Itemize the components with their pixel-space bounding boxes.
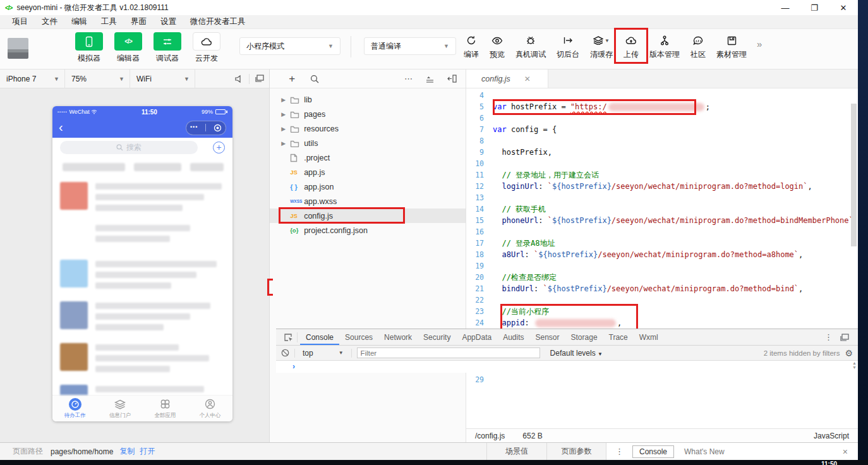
menu-微信开发者工具[interactable]: 微信开发者工具 xyxy=(183,15,253,28)
toolbar-真机调试-button[interactable]: 真机调试 xyxy=(515,32,546,60)
search-files-icon[interactable] xyxy=(310,75,319,83)
toolbar-模拟器-button[interactable]: 模拟器 xyxy=(74,32,104,64)
phone-feed-redacted[interactable] xyxy=(52,157,232,395)
dock-side-icon[interactable] xyxy=(840,334,849,341)
collapse-panel-icon[interactable] xyxy=(447,75,457,83)
tree-item-pages[interactable]: ▶pages xyxy=(270,107,466,121)
toolbar-预览-button[interactable]: 预览 xyxy=(490,32,505,60)
devtools-tab-network[interactable]: Network xyxy=(378,329,418,345)
console-settings-icon[interactable]: ⚙ xyxy=(845,348,853,358)
tree-item-resources[interactable]: ▶resources xyxy=(270,121,466,136)
close-button[interactable]: ✕ xyxy=(829,0,858,15)
console-filter-input[interactable] xyxy=(357,347,540,358)
open-path-link[interactable]: 打开 xyxy=(140,446,155,457)
inspect-element-icon[interactable] xyxy=(280,332,298,342)
drawer-tab-whats-new[interactable]: What's New xyxy=(680,446,728,457)
expand-caret-icon[interactable]: ▶ xyxy=(281,111,290,118)
zoom-select[interactable]: 75%▼ xyxy=(65,69,130,88)
devtools-tab-appdata[interactable]: AppData xyxy=(456,329,497,345)
menu-文件[interactable]: 文件 xyxy=(35,15,64,28)
devtools-tab-trace[interactable]: Trace xyxy=(603,329,634,345)
devtools-tab-wxml[interactable]: Wxml xyxy=(634,329,664,345)
toolbar-上传-button[interactable]: 上传 xyxy=(624,32,639,60)
menu-设置[interactable]: 设置 xyxy=(154,15,183,28)
clear-console-icon[interactable] xyxy=(281,349,289,357)
devtools-menu-icon[interactable]: ⋮ xyxy=(824,332,833,342)
devtools-tab-sources[interactable]: Sources xyxy=(339,329,378,345)
tree-item-utils[interactable]: ▶utils xyxy=(270,136,466,150)
editor-tab-config-js[interactable]: config.js ✕ xyxy=(466,69,548,88)
page-params-button[interactable]: 页面参数 xyxy=(546,443,606,460)
toolbar-编译-button[interactable]: 编译 xyxy=(464,32,479,60)
tree-item-.project[interactable]: .project xyxy=(270,150,466,165)
multi-window-icon[interactable] xyxy=(255,75,264,83)
console-output[interactable]: › ▲▼ xyxy=(276,361,858,373)
tree-item-app.json[interactable]: { }app.json xyxy=(270,179,466,194)
devtools-tab-storage[interactable]: Storage xyxy=(565,329,603,345)
copy-path-link[interactable]: 复制 xyxy=(119,446,135,457)
toolbar-清缓存-button[interactable]: ▼清缓存 xyxy=(590,32,613,60)
devtools-tab-sensor[interactable]: Sensor xyxy=(530,329,565,345)
feed-item-redacted[interactable] xyxy=(52,380,232,395)
phone-tab-全部应用[interactable]: 全部应用 xyxy=(143,396,188,421)
tree-item-lib[interactable]: ▶lib xyxy=(270,92,466,107)
toolbar-素材管理-button[interactable]: 素材管理 xyxy=(716,32,747,60)
menu-项目[interactable]: 项目 xyxy=(5,15,35,28)
tree-item-config.js[interactable]: JSconfig.js xyxy=(270,208,466,223)
feed-item-redacted[interactable] xyxy=(52,339,232,380)
network-select[interactable]: WiFi▼ xyxy=(130,69,195,88)
user-avatar[interactable] xyxy=(8,38,28,59)
phone-tab-个人中心[interactable]: 个人中心 xyxy=(188,396,232,421)
tree-item-project.config.json[interactable]: {o}project.config.json xyxy=(270,223,466,238)
devtools-tab-console[interactable]: Console xyxy=(300,329,339,345)
scene-value-button[interactable]: 场景值 xyxy=(486,443,546,460)
phone-tab-信息门户[interactable]: 信息门户 xyxy=(97,396,142,421)
reveal-file-icon[interactable] xyxy=(425,75,435,83)
toolbar-调试器-button[interactable]: 调试器 xyxy=(152,32,183,64)
exit-record-icon[interactable] xyxy=(214,124,222,132)
feed-item-redacted[interactable] xyxy=(52,255,232,297)
close-tab-icon[interactable]: ✕ xyxy=(524,75,531,83)
miniprogram-capsule[interactable]: ••• xyxy=(186,121,226,135)
tree-item-app.js[interactable]: JSapp.js xyxy=(270,165,466,179)
minimize-button[interactable]: — xyxy=(771,0,800,15)
context-select[interactable]: top ▼ xyxy=(300,349,346,358)
phone-simulator[interactable]: ••••• WeChat 11:50 99% ‹ ••• xyxy=(52,106,232,421)
add-button[interactable]: + xyxy=(213,142,225,154)
console-scrollbar[interactable]: ▲▼ xyxy=(852,361,857,370)
drawer-tab-console[interactable]: Console xyxy=(632,445,674,458)
new-file-icon[interactable]: + xyxy=(289,73,295,85)
feed-item-redacted[interactable] xyxy=(52,178,232,219)
mode-select[interactable]: 小程序模式 ▼ xyxy=(239,37,341,55)
toolbar-切后台-button[interactable]: 切后台 xyxy=(557,32,579,60)
menu-界面[interactable]: 界面 xyxy=(124,15,154,28)
drawer-menu-icon[interactable]: ⋮ xyxy=(613,447,626,456)
log-levels-select[interactable]: Default levels ▼ xyxy=(550,349,603,358)
console-prompt[interactable]: › xyxy=(292,362,295,371)
toolbar-云开发-button[interactable]: 云开发 xyxy=(191,32,222,64)
feed-item-redacted[interactable] xyxy=(52,219,232,255)
toolbar-社区-button[interactable]: 社区 xyxy=(690,32,706,60)
expand-caret-icon[interactable]: ▶ xyxy=(281,97,290,103)
phone-tab-待办工作[interactable]: 待办工作 xyxy=(52,396,97,421)
feed-item-redacted[interactable] xyxy=(52,297,232,339)
menu-编辑[interactable]: 编辑 xyxy=(64,15,94,28)
close-drawer-icon[interactable]: × xyxy=(843,447,852,457)
search-input[interactable]: 搜索 xyxy=(60,141,198,154)
expand-caret-icon[interactable]: ▶ xyxy=(281,140,290,147)
toolbar-编辑器-button[interactable]: </>编辑器 xyxy=(113,32,143,64)
toolbar-版本管理-button[interactable]: 版本管理 xyxy=(649,32,680,60)
code-editor[interactable]: 45var hostPrefix = "https:/;67var config… xyxy=(466,88,858,428)
device-select[interactable]: iPhone 7▼ xyxy=(0,69,65,88)
devtools-tab-security[interactable]: Security xyxy=(418,329,456,345)
toolbar-overflow-button[interactable]: » xyxy=(757,39,762,49)
expand-caret-icon[interactable]: ▶ xyxy=(281,126,290,132)
restore-button[interactable]: ❐ xyxy=(800,0,829,15)
back-chevron-icon[interactable]: ‹ xyxy=(59,121,63,133)
more-icon[interactable]: ••• xyxy=(190,124,198,130)
editor-scrollbar[interactable] xyxy=(851,104,857,246)
devtools-tab-audits[interactable]: Audits xyxy=(497,329,529,345)
compile-select[interactable]: 普通编译 ▼ xyxy=(364,37,456,55)
menu-工具[interactable]: 工具 xyxy=(94,15,124,28)
speaker-icon[interactable] xyxy=(234,75,244,83)
